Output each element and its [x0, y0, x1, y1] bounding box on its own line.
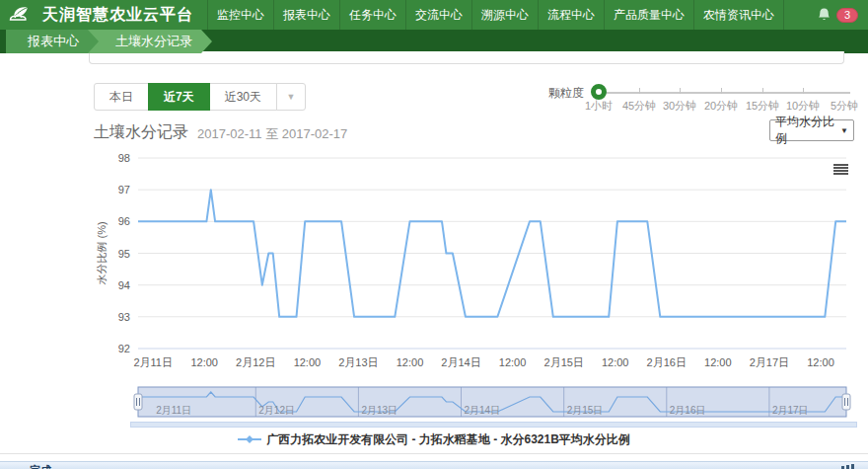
y-tick-label: 98: [118, 152, 130, 164]
chevron-down-icon: ▼: [287, 92, 296, 102]
x-tick-label: 12:00: [807, 356, 834, 368]
navigator-day-label: 2月16日: [670, 405, 706, 416]
x-tick-label: 12:00: [294, 356, 322, 368]
app-title: 天润智慧农业云平台: [42, 5, 193, 26]
main-menu: 监控中心 报表中心 任务中心 交流中心 溯源中心 流程中心 产品质量中心 农情资…: [207, 0, 784, 30]
main-chart-svg: 929394959697982月11日12:002月12日12:002月13日1…: [94, 150, 853, 375]
slider-tick: [680, 88, 681, 94]
date-range-text: 2017-02-11 至 2017-02-17: [197, 125, 347, 143]
slider-tick: [721, 88, 722, 94]
navigator-day-label: 2月17日: [772, 405, 809, 416]
navigator-handle-left[interactable]: [134, 394, 142, 410]
metric-select-value: 平均水分比例: [775, 114, 840, 147]
x-tick-label: 2月12日: [236, 356, 275, 368]
chart-menu-icon[interactable]: [833, 164, 848, 176]
x-tick-label: 2月13日: [338, 356, 378, 368]
date-range-button-group: 本日 近7天 近30天 ▼: [94, 83, 306, 111]
y-tick-label: 95: [118, 248, 130, 260]
metric-select[interactable]: 平均水分比例 ▼: [769, 119, 854, 141]
menu-item-monitor[interactable]: 监控中心: [207, 0, 273, 30]
menu-item-quality[interactable]: 产品质量中心: [604, 0, 693, 30]
slider-tick: [762, 88, 763, 94]
x-tick-label: 12:00: [704, 356, 732, 368]
menu-item-report[interactable]: 报表中心: [273, 0, 339, 30]
navigator-svg: 2月11日2月12日2月13日2月14日2月15日2月16日2月17日: [94, 385, 853, 421]
y-tick-label: 94: [118, 279, 130, 291]
navigator-day-label: 2月12日: [258, 405, 295, 416]
legend-item[interactable]: 广西力拓农业开发有限公司 - 力拓水稻基地 - 水分6321B平均水分比例: [238, 431, 630, 448]
range-button-30days[interactable]: 近30天: [209, 83, 277, 111]
granularity-label: 颗粒度: [548, 85, 584, 102]
range-dropdown-button[interactable]: ▼: [276, 83, 306, 111]
granularity-option-15m[interactable]: 15分钟: [746, 99, 779, 114]
chart-scrollbar[interactable]: [130, 422, 857, 428]
breadcrumb-report-center[interactable]: 报表中心: [6, 30, 99, 53]
divider: [0, 453, 868, 454]
x-tick-label: 2月16日: [647, 356, 687, 368]
page-title: 土壤水分记录: [94, 122, 188, 143]
slider-tick: [803, 88, 804, 94]
top-navbar: 天润智慧农业云平台 监控中心 报表中心 任务中心 交流中心 溯源中心 流程中心 …: [0, 0, 868, 30]
chart-legend: 广西力拓农业开发有限公司 - 力拓水稻基地 - 水分6321B平均水分比例: [0, 430, 868, 448]
status-zone-icon: [841, 464, 854, 469]
navigator-day-label: 2月15日: [567, 405, 604, 416]
status-text: 完成: [30, 463, 51, 469]
y-axis-title: 水分比例 (%): [96, 221, 108, 284]
filter-panel-bottom-edge: [89, 51, 844, 64]
range-button-7days[interactable]: 近7天: [148, 83, 210, 111]
granularity-option-5m[interactable]: 5分钟: [831, 99, 858, 114]
menu-item-process[interactable]: 流程中心: [538, 0, 604, 30]
x-tick-label: 12:00: [499, 356, 527, 368]
brand[interactable]: 天润智慧农业云平台: [0, 0, 193, 30]
y-tick-label: 97: [118, 184, 130, 195]
browser-status-bar: 完成: [0, 461, 868, 469]
menu-item-agrinews[interactable]: 农情资讯中心: [693, 0, 784, 30]
menu-item-task[interactable]: 任务中心: [339, 0, 405, 30]
breadcrumb: 报表中心 土壤水分记录: [0, 30, 868, 53]
bell-icon[interactable]: [817, 7, 832, 23]
navigator-day-label: 2月13日: [361, 405, 398, 416]
menu-item-trace[interactable]: 溯源中心: [471, 0, 538, 30]
navigator-day-label: 2月11日: [156, 405, 191, 416]
legend-line-marker-icon: [238, 434, 261, 444]
y-tick-label: 96: [118, 215, 130, 227]
navigator-handle-right[interactable]: [842, 394, 850, 410]
x-tick-label: 2月15日: [544, 356, 584, 368]
slider-tick: [639, 88, 640, 94]
slider-handle[interactable]: [591, 84, 607, 100]
granularity-option-30m[interactable]: 30分钟: [663, 99, 696, 114]
granularity-option-45m[interactable]: 45分钟: [622, 99, 656, 114]
notification-badge[interactable]: 3: [836, 8, 858, 23]
chevron-down-icon: ▼: [840, 126, 848, 135]
x-tick-label: 2月14日: [441, 356, 480, 368]
x-tick-label: 2月17日: [750, 356, 789, 368]
x-tick-label: 2月11日: [133, 356, 173, 368]
granularity-option-1h[interactable]: 1小时: [585, 99, 613, 114]
menu-item-exchange[interactable]: 交流中心: [405, 0, 471, 30]
granularity-option-20m[interactable]: 20分钟: [704, 99, 738, 114]
range-button-today[interactable]: 本日: [94, 83, 149, 111]
granularity-option-10m[interactable]: 10分钟: [786, 99, 820, 114]
x-tick-label: 12:00: [602, 356, 629, 368]
x-tick-label: 12:00: [190, 356, 218, 368]
x-tick-label: 12:00: [397, 356, 424, 368]
y-tick-label: 93: [118, 311, 130, 323]
y-tick-label: 92: [118, 343, 130, 354]
chart-navigator: 2月11日2月12日2月13日2月14日2月15日2月16日2月17日: [94, 385, 853, 421]
cloud-leaf-logo-icon: [8, 4, 37, 26]
soil-moisture-chart: 929394959697982月11日12:002月12日12:002月13日1…: [94, 150, 853, 375]
granularity-slider: 1小时 45分钟 30分钟 20分钟 15分钟 10分钟 5分钟: [592, 79, 850, 115]
breadcrumb-soil-moisture[interactable]: 土壤水分记录: [86, 30, 212, 53]
navigator-day-label: 2月14日: [465, 405, 501, 416]
legend-label: 广西力拓农业开发有限公司 - 力拓水稻基地 - 水分6321B平均水分比例: [266, 431, 630, 448]
